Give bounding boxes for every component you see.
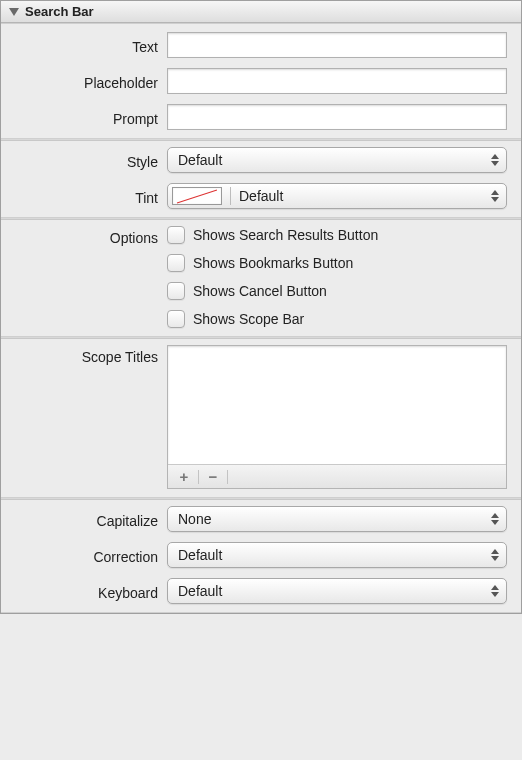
popup-arrows-icon (487, 581, 502, 601)
style-value: Default (178, 152, 222, 168)
style-label: Style (9, 150, 167, 170)
options-label: Options (9, 226, 167, 246)
separator (230, 187, 231, 205)
scope-group: Scope Titles + − (1, 337, 521, 498)
scope-label: Scope Titles (9, 345, 167, 365)
capitalize-value: None (178, 511, 211, 527)
correction-value: Default (178, 547, 222, 563)
placeholder-label: Placeholder (9, 71, 167, 91)
option-bookmarks[interactable]: Shows Bookmarks Button (167, 254, 507, 272)
tint-color-well[interactable] (172, 187, 222, 205)
tint-label: Tint (9, 186, 167, 206)
option-cancel[interactable]: Shows Cancel Button (167, 282, 507, 300)
checkbox-icon[interactable] (167, 310, 185, 328)
popup-arrows-icon (487, 509, 502, 529)
style-popup[interactable]: Default (167, 147, 507, 173)
option-label: Shows Cancel Button (193, 283, 327, 299)
inspector-panel: Search Bar Text Placeholder Prompt Style (0, 0, 522, 614)
list-footer: + − (168, 464, 506, 488)
keyboard-label: Keyboard (9, 581, 167, 601)
popup-arrows-icon (487, 150, 502, 170)
placeholder-field[interactable] (167, 68, 507, 94)
separator (198, 470, 199, 484)
popup-arrows-icon (487, 545, 502, 565)
popup-arrows-icon (487, 186, 502, 206)
correction-label: Correction (9, 545, 167, 565)
option-label: Shows Scope Bar (193, 311, 304, 327)
list-body[interactable] (168, 346, 506, 464)
text-input-group: Capitalize None Correction Default (1, 498, 521, 613)
text-group: Text Placeholder Prompt (1, 23, 521, 139)
checkbox-icon[interactable] (167, 282, 185, 300)
options-group: Options Shows Search Results Button Show… (1, 218, 521, 337)
section-title: Search Bar (25, 4, 94, 19)
separator (227, 470, 228, 484)
style-group: Style Default Tint Default (1, 139, 521, 218)
prompt-label: Prompt (9, 107, 167, 127)
checkbox-icon[interactable] (167, 226, 185, 244)
add-button[interactable]: + (172, 467, 196, 487)
scope-titles-list[interactable]: + − (167, 345, 507, 489)
text-field[interactable] (167, 32, 507, 58)
option-label: Shows Bookmarks Button (193, 255, 353, 271)
tint-value: Default (239, 188, 283, 204)
correction-popup[interactable]: Default (167, 542, 507, 568)
option-search-results[interactable]: Shows Search Results Button (167, 226, 507, 244)
text-label: Text (9, 35, 167, 55)
option-scope-bar[interactable]: Shows Scope Bar (167, 310, 507, 328)
capitalize-popup[interactable]: None (167, 506, 507, 532)
checkbox-icon[interactable] (167, 254, 185, 272)
capitalize-label: Capitalize (9, 509, 167, 529)
keyboard-popup[interactable]: Default (167, 578, 507, 604)
no-color-icon (177, 190, 217, 204)
remove-button[interactable]: − (201, 467, 225, 487)
keyboard-value: Default (178, 583, 222, 599)
plus-icon: + (180, 468, 189, 485)
tint-popup[interactable]: Default (167, 183, 507, 209)
disclosure-triangle-icon[interactable] (9, 8, 19, 16)
minus-icon: − (209, 468, 218, 485)
option-label: Shows Search Results Button (193, 227, 378, 243)
section-header[interactable]: Search Bar (1, 1, 521, 23)
prompt-field[interactable] (167, 104, 507, 130)
